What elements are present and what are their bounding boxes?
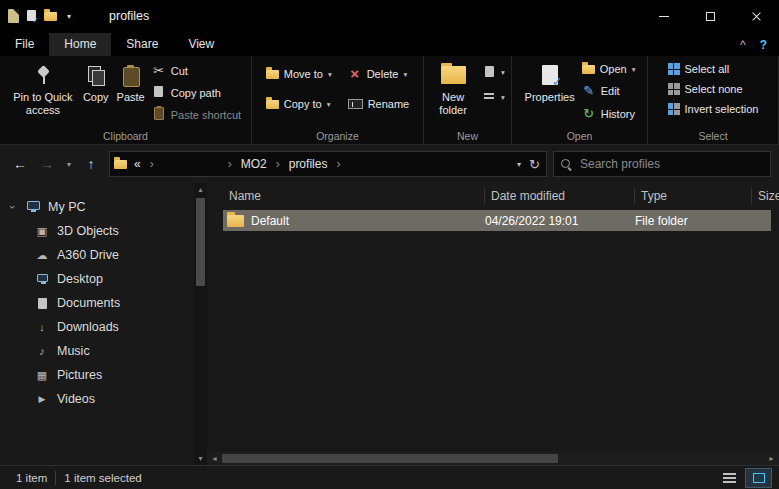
sidebar-item-label: Music [57, 344, 90, 358]
address-dropdown-button[interactable]: ▾ [517, 160, 521, 169]
file-list[interactable]: Default 04/26/2022 19:01 File folder [207, 209, 779, 452]
explorer-window: ▾ profiles File Home Share View ^ ? Pin … [0, 0, 779, 489]
scroll-up-icon[interactable]: ▴ [194, 183, 207, 196]
titlebar: ▾ profiles [0, 0, 779, 32]
videos-icon: ▶ [35, 394, 49, 404]
pin-to-quick-access-button[interactable]: Pin to Quick access [7, 59, 79, 128]
scrollbar-thumb[interactable] [196, 198, 205, 286]
refresh-button[interactable]: ↻ [529, 157, 540, 172]
tab-file[interactable]: File [0, 33, 49, 56]
horizontal-scrollbar[interactable]: ◄ ► [207, 452, 779, 465]
breadcrumb-hidden-segment[interactable] [158, 155, 224, 173]
breadcrumb-item-mo2[interactable]: MO2 [236, 155, 272, 173]
properties-button[interactable]: Properties [521, 59, 579, 128]
sidebar-item-music[interactable]: ♪ Music [0, 339, 194, 363]
new-folder-button[interactable]: New folder [427, 59, 479, 128]
edit-label: Edit [601, 85, 620, 97]
details-view-button[interactable] [717, 469, 742, 487]
select-none-icon [668, 83, 680, 95]
sidebar-scrollbar[interactable]: ▴ ▾ [194, 183, 207, 465]
delete-button[interactable]: × Delete ▾ [345, 67, 413, 81]
sidebar-item-3d-objects[interactable]: ▣ 3D Objects [0, 219, 194, 243]
qat-customize-dropdown[interactable]: ▾ [67, 12, 71, 21]
pin-icon [33, 65, 53, 85]
rename-button[interactable]: Rename [345, 97, 413, 111]
tab-view[interactable]: View [173, 33, 229, 56]
select-all-button[interactable]: Select all [665, 62, 733, 76]
sidebar-item-desktop[interactable]: Desktop [0, 267, 194, 291]
scroll-right-icon[interactable]: ► [764, 455, 779, 462]
search-icon [561, 158, 573, 170]
copy-to-button[interactable]: Copy to ▾ [263, 97, 335, 111]
sidebar-item-label: 3D Objects [57, 224, 119, 238]
paste-button[interactable]: Paste [113, 59, 149, 128]
computer-icon [27, 201, 40, 210]
documents-icon [38, 298, 47, 309]
collapse-ribbon-button[interactable]: ^ [740, 38, 746, 52]
recent-locations-dropdown[interactable]: ▾ [62, 152, 76, 176]
chevron-down-icon: ▾ [632, 65, 636, 74]
up-button[interactable]: ↑ [79, 152, 103, 176]
column-header-size[interactable]: Size [752, 188, 779, 204]
thumbnails-view-button[interactable] [746, 469, 771, 487]
item-count: 1 item [8, 472, 55, 484]
sidebar-item-a360-drive[interactable]: ☁ A360 Drive [0, 243, 194, 267]
search-input[interactable] [580, 157, 763, 171]
column-header-type[interactable]: Type [635, 188, 752, 204]
sidebar-item-documents[interactable]: Documents [0, 291, 194, 315]
minimize-button[interactable] [641, 0, 687, 32]
edit-button[interactable]: ✎ Edit [579, 82, 623, 99]
easy-access-icon [484, 93, 494, 101]
paste-shortcut-label: Paste shortcut [171, 109, 241, 121]
clipboard-group-label: Clipboard [0, 130, 251, 142]
new-item-button[interactable]: ▾ [479, 65, 508, 80]
breadcrumb-separator-icon: › [226, 157, 234, 171]
sidebar-item-pictures[interactable]: ▦ Pictures [0, 363, 194, 387]
scrollbar-track[interactable] [222, 452, 764, 465]
scrollbar-thumb[interactable] [222, 454, 558, 463]
column-header-date-modified[interactable]: Date modified [485, 188, 635, 204]
move-to-button[interactable]: Move to ▾ [263, 67, 335, 81]
minimize-icon [659, 16, 669, 17]
search-box[interactable] [553, 151, 771, 177]
copy-button[interactable]: Copy [79, 59, 113, 128]
tab-share[interactable]: Share [111, 33, 173, 56]
file-row[interactable]: Default 04/26/2022 19:01 File folder [223, 210, 771, 231]
address-bar[interactable]: « › › MO2 › profiles › ▾ ↻ [109, 151, 547, 177]
qat-properties-button[interactable] [27, 7, 36, 25]
qat-new-folder-button[interactable] [44, 7, 57, 25]
open-button[interactable]: Open ▾ [579, 62, 639, 76]
move-to-folder-icon [266, 70, 279, 79]
rename-label: Rename [368, 98, 410, 110]
invert-selection-button[interactable]: Invert selection [665, 102, 762, 116]
column-header-name[interactable]: Name [223, 188, 485, 204]
chevron-down-icon: ▾ [403, 70, 407, 79]
forward-button[interactable]: → [35, 152, 59, 176]
easy-access-button[interactable]: ▾ [479, 90, 508, 104]
scroll-down-icon[interactable]: ▾ [194, 452, 207, 465]
maximize-button[interactable] [687, 0, 733, 32]
sidebar-item-label: Documents [57, 296, 120, 310]
back-button[interactable]: ← [8, 152, 32, 176]
new-item-icon [485, 66, 494, 77]
help-button[interactable]: ? [760, 38, 767, 52]
sidebar-item-my-pc[interactable]: › My PC [0, 195, 194, 219]
ribbon-group-open: Properties Open ▾ ✎ Edit ↻ History Open [512, 56, 648, 144]
scroll-left-icon[interactable]: ◄ [207, 455, 222, 462]
folder-icon [44, 12, 57, 21]
paste-shortcut-button[interactable]: Paste shortcut [149, 106, 244, 123]
cut-button[interactable]: ✂ Cut [149, 62, 191, 79]
history-button[interactable]: ↻ History [579, 105, 638, 122]
copy-path-button[interactable]: Copy path [149, 85, 224, 100]
expander-icon[interactable]: › [7, 205, 19, 209]
select-none-button[interactable]: Select none [665, 82, 746, 96]
app-icon [8, 9, 19, 23]
open-group-label: Open [512, 130, 647, 142]
sidebar-item-videos[interactable]: ▶ Videos [0, 387, 194, 411]
tab-home[interactable]: Home [49, 33, 111, 56]
sidebar-item-downloads[interactable]: ↓ Downloads [0, 315, 194, 339]
breadcrumb-item-profiles[interactable]: profiles [284, 155, 333, 173]
close-button[interactable] [733, 0, 779, 32]
breadcrumb-overflow-button[interactable]: « [129, 155, 146, 173]
scrollbar-track[interactable] [194, 196, 207, 452]
